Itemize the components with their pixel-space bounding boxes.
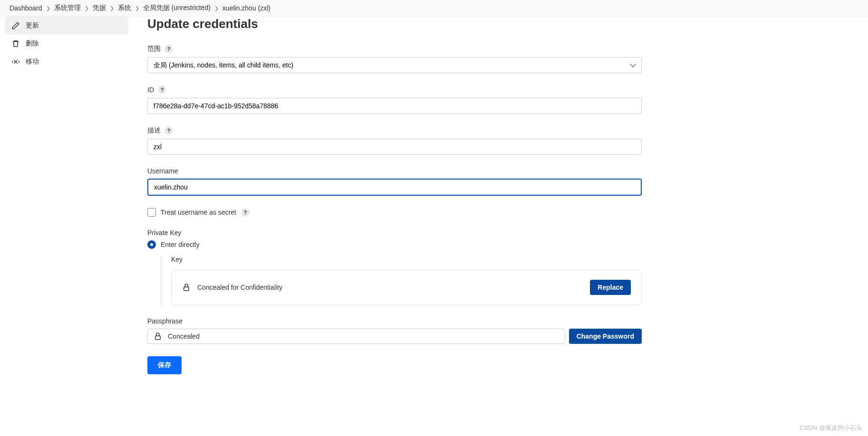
main-content: Update credentials 范围 ? 全局 (Jenkins, nod… bbox=[133, 17, 656, 389]
id-input[interactable] bbox=[147, 98, 642, 114]
chevron-right-icon: ❯ bbox=[85, 5, 89, 11]
private-key-label: Private Key bbox=[147, 229, 182, 237]
field-treat-secret: Treat username as secret ? bbox=[147, 208, 642, 217]
passphrase-label: Passphrase bbox=[147, 317, 183, 325]
id-label: ID bbox=[147, 86, 154, 94]
scope-label: 范围 bbox=[147, 45, 161, 53]
breadcrumb-item[interactable]: xuelin.zhou (zxl) bbox=[222, 4, 270, 12]
lock-icon bbox=[182, 283, 191, 292]
svg-rect-0 bbox=[184, 287, 189, 291]
field-username: Username bbox=[147, 167, 642, 196]
pencil-icon bbox=[11, 21, 20, 30]
sidebar-item-label: 移动 bbox=[26, 57, 39, 66]
chevron-right-icon: ❯ bbox=[46, 5, 50, 11]
field-passphrase: Passphrase Concealed Change Password bbox=[147, 317, 642, 344]
scope-select[interactable]: 全局 (Jenkins, nodes, items, all child ite… bbox=[147, 57, 642, 73]
help-icon[interactable]: ? bbox=[158, 85, 166, 94]
field-scope: 范围 ? 全局 (Jenkins, nodes, items, all chil… bbox=[147, 45, 642, 73]
chevron-right-icon: ❯ bbox=[214, 5, 219, 11]
concealed-text: Concealed for Confidentiality bbox=[197, 284, 282, 291]
enter-directly-label: Enter directly bbox=[161, 241, 200, 248]
help-icon[interactable]: ? bbox=[164, 45, 173, 53]
chevron-right-icon: ❯ bbox=[110, 5, 114, 11]
passphrase-input[interactable]: Concealed bbox=[147, 329, 565, 344]
help-icon[interactable]: ? bbox=[241, 208, 250, 217]
page-title: Update credentials bbox=[147, 17, 642, 31]
sidebar-item-delete[interactable]: 删除 bbox=[5, 35, 128, 53]
sidebar-item-label: 更新 bbox=[26, 21, 39, 30]
passphrase-value: Concealed bbox=[168, 332, 200, 340]
field-description: 描述 ? bbox=[147, 126, 642, 155]
description-input[interactable] bbox=[147, 139, 642, 155]
breadcrumb: Dashboard❯ 系统管理❯ 凭据❯ 系统❯ 全局凭据 (unrestric… bbox=[0, 0, 868, 17]
save-button[interactable]: 保存 bbox=[147, 356, 182, 374]
chevron-right-icon: ❯ bbox=[135, 5, 139, 11]
enter-directly-radio[interactable]: Enter directly bbox=[147, 240, 642, 249]
lock-icon bbox=[154, 332, 162, 341]
radio-icon bbox=[147, 240, 156, 249]
replace-button[interactable]: Replace bbox=[590, 280, 631, 295]
breadcrumb-item[interactable]: 系统 bbox=[118, 4, 131, 12]
trash-icon bbox=[11, 39, 20, 48]
breadcrumb-item[interactable]: Dashboard bbox=[10, 4, 42, 12]
move-icon bbox=[11, 57, 20, 66]
treat-secret-label: Treat username as secret bbox=[161, 209, 236, 216]
sidebar: 更新 删除 移动 bbox=[0, 17, 133, 389]
breadcrumb-item[interactable]: 系统管理 bbox=[54, 4, 81, 12]
svg-rect-1 bbox=[155, 336, 161, 340]
sidebar-item-label: 删除 bbox=[26, 39, 39, 48]
change-password-button[interactable]: Change Password bbox=[569, 329, 642, 344]
field-private-key: Private Key Enter directly Key Concealed… bbox=[147, 229, 642, 305]
sidebar-item-move[interactable]: 移动 bbox=[5, 53, 128, 71]
field-id: ID ? bbox=[147, 85, 642, 114]
help-icon[interactable]: ? bbox=[164, 126, 173, 135]
breadcrumb-item[interactable]: 凭据 bbox=[93, 4, 106, 12]
breadcrumb-item[interactable]: 全局凭据 (unrestricted) bbox=[143, 4, 211, 12]
username-input[interactable] bbox=[147, 179, 642, 196]
sidebar-item-update[interactable]: 更新 bbox=[5, 17, 128, 35]
treat-secret-checkbox[interactable] bbox=[147, 208, 156, 217]
username-label: Username bbox=[147, 167, 178, 175]
description-label: 描述 bbox=[147, 126, 161, 135]
key-label: Key bbox=[171, 256, 642, 263]
